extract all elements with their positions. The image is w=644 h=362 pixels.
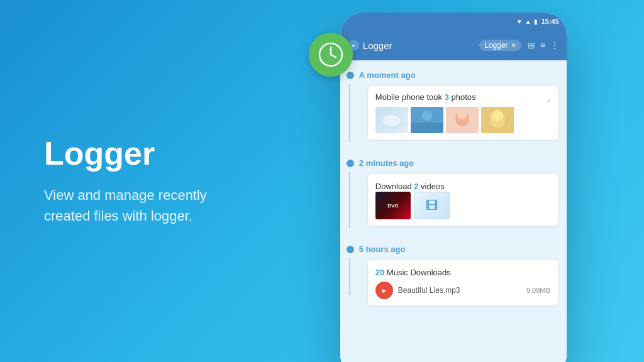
timeline-line-3 [340,258,350,308]
status-icons: ▼ ▲ ▮ [516,18,538,25]
status-bar: ▼ ▲ ▮ 15:45 [340,13,567,30]
timeline-section-2: 2 minutes ago Download 2 videos 🎞 [340,148,567,234]
app-bar-title: Logger [363,40,479,51]
close-chip[interactable]: Logger ✕ [479,40,521,51]
svg-point-4 [383,115,401,126]
phone-content: A moment ago Mobile phone took 3 photos … [340,60,567,362]
timeline-section-1: A moment ago Mobile phone took 3 photos … [340,60,567,148]
svg-point-10 [457,109,467,119]
music-card[interactable]: 20 Music Downloads Beautiful Lies.mp3 9.… [368,260,558,305]
photo-thumb-3 [446,107,479,133]
photos-title-prefix: Mobile phone took [375,92,445,102]
photos-title-suffix: photos [449,92,476,102]
svg-rect-6 [411,123,443,133]
music-card-title: 20 Music Downloads [375,268,451,277]
battery-icon: ▮ [534,18,538,25]
chip-label: Logger [484,41,508,50]
photo-thumb-2 [411,107,443,133]
videos-card[interactable]: Download 2 videos 🎞 [368,174,558,226]
logo-dot: ● [352,43,355,48]
svg-point-7 [422,111,432,121]
videos-title-suffix: videos [418,182,444,191]
vert-line-1 [349,84,350,142]
card-line-1: Mobile phone took 3 photos › [340,84,567,142]
music-play-icon [375,282,393,299]
right-section: ▼ ▲ ▮ 15:45 ● Logger Logger ✕ ⊞ ≡ ⋮ [290,0,644,362]
vert-line-2 [349,172,350,228]
svg-line-2 [331,55,336,57]
left-section: Logger View and manage recently created … [0,98,290,263]
videos-row: 🎞 [375,192,550,219]
music-title-suffix: Music Downloads [384,268,451,277]
time-dot-3 [347,246,354,253]
time-label-row-1: A moment ago [340,67,567,84]
timeline-line-2 [340,172,350,228]
video-thumb-2: 🎞 [414,192,450,219]
svg-point-13 [492,110,503,121]
photos-count: 3 [445,92,449,102]
signal-icon: ▼ [516,18,523,25]
list-icon: ≡ [540,40,545,50]
videos-card-title: Download 2 videos [375,182,445,191]
time-label-row-2: 2 minutes ago [340,155,567,172]
photos-row [375,107,550,133]
timeline-section-3: 5 hours ago 20 Music Downloads Beautiful… [340,234,567,314]
videos-title-prefix: Download [375,182,414,191]
card-line-3: 20 Music Downloads Beautiful Lies.mp3 9.… [340,258,567,308]
clock-svg [318,42,343,67]
timeline-line-1 [340,84,350,142]
status-time: 15:45 [541,18,559,25]
time-dot-2 [347,160,354,167]
phone-mockup: ▼ ▲ ▮ 15:45 ● Logger Logger ✕ ⊞ ≡ ⋮ [340,13,567,362]
card-arrow-1: › [547,95,550,105]
time-dot-1 [347,72,354,79]
time-label-row-3: 5 hours ago [340,241,567,258]
music-count: 20 [375,268,384,277]
music-filesize: 9.08MB [526,287,550,294]
clock-icon [309,33,353,77]
music-item: Beautiful Lies.mp3 9.08MB [375,282,550,299]
app-title: Logger [44,136,252,172]
video-thumb-1 [375,192,411,219]
close-icon: ✕ [511,41,516,50]
vert-line-3 [349,258,350,295]
time-label-3: 5 hours ago [359,244,406,254]
app-description: View and manage recently created files w… [44,185,252,226]
card-line-2: Download 2 videos 🎞 [340,172,567,228]
photos-card[interactable]: Mobile phone took 3 photos › [368,86,558,140]
card-header-1: Mobile phone took 3 photos › [375,92,550,107]
more-icon[interactable]: ⋮ [550,40,559,50]
wifi-icon: ▲ [525,18,531,25]
photos-card-title: Mobile phone took 3 photos [375,92,476,102]
app-bar: ● Logger Logger ✕ ⊞ ≡ ⋮ [340,30,567,60]
music-filename: Beautiful Lies.mp3 [398,286,521,295]
photo-thumb-1 [375,107,408,133]
grid-icon: ⊞ [528,40,535,50]
app-bar-actions: ⊞ ≡ ⋮ [528,40,559,50]
time-label-2: 2 minutes ago [359,158,414,168]
time-label-1: A moment ago [359,70,416,80]
photo-thumb-4 [481,107,514,133]
film-icon: 🎞 [426,199,438,213]
